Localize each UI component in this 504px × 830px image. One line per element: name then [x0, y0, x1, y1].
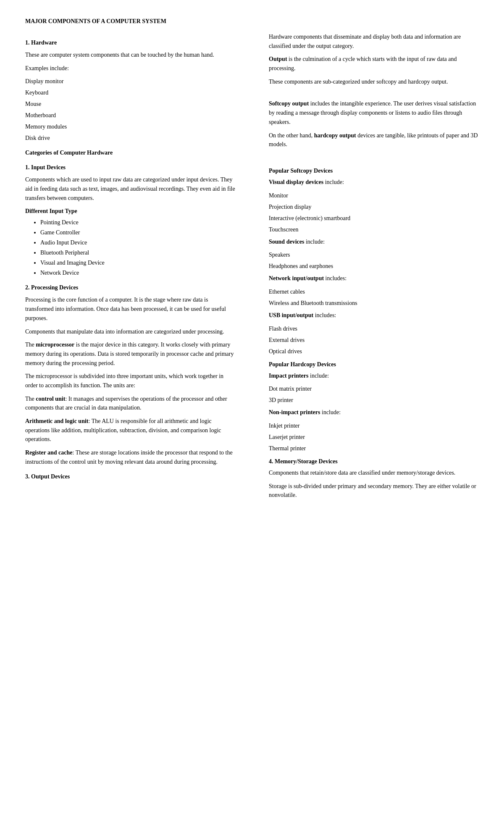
list-item-network: Network Device	[40, 268, 235, 277]
processing-para-alu: Arithmetic and logic unit: The ALU is re…	[25, 417, 235, 444]
input-devices-para-1: Components which are used to input raw d…	[25, 175, 235, 202]
processing-para-units: The microprocessor is subdivided into th…	[25, 372, 235, 390]
visual-display-bold: Visual display devices	[269, 179, 323, 185]
section-output-devices: 3. Output Devices	[25, 472, 235, 481]
main-title: MAJOR COMPONENTS OF A COMPUTER SYSTEM	[25, 17, 479, 26]
non-impact-inkjet: Inkjet printer	[269, 421, 479, 430]
processing-heading: 2. Processing Devices	[25, 283, 235, 292]
input-type-list: Pointing Device Game Controller Audio In…	[25, 218, 235, 277]
non-impact-thermal: Thermal printer	[269, 444, 479, 453]
different-input-type-heading: Different Input Type	[25, 207, 235, 215]
visual-touchscreen: Touchscreen	[269, 225, 479, 234]
hardware-para-2: Examples include:	[25, 64, 235, 73]
list-item-game: Game Controller	[40, 228, 235, 237]
alu-bold: Arithmetic and logic unit	[25, 418, 89, 424]
processing-para-control: The control unit: It manages and supervi…	[25, 394, 235, 412]
network-wireless: Wireless and Bluetooth transmissions	[269, 299, 479, 307]
hardware-heading: 1. Hardware	[25, 38, 235, 47]
usb-external: External drives	[269, 336, 479, 344]
two-column-layout: 1. Hardware These are computer system co…	[25, 32, 479, 504]
usb-io-bold: USB input/output	[269, 312, 313, 318]
sound-devices-label: Sound devices include:	[269, 237, 479, 247]
processing-para-1: Processing is the core function of a com…	[25, 295, 235, 323]
hardware-item-disk: Disk drive	[25, 134, 235, 142]
left-column: 1. Hardware These are computer system co…	[25, 32, 244, 504]
hardware-item-display: Display monitor	[25, 77, 235, 86]
control-unit-bold: control unit	[36, 396, 65, 402]
categories-heading: Categories of Computer Hardware	[25, 148, 235, 157]
non-impact-label: Non-impact printers include:	[269, 408, 479, 417]
output-bold: Output	[269, 56, 287, 62]
output-devices-heading: 3. Output Devices	[25, 472, 235, 481]
list-item-bluetooth: Bluetooth Peripheral	[40, 248, 235, 257]
hardware-item-memory: Memory modules	[25, 122, 235, 131]
usb-optical: Optical drives	[269, 347, 479, 356]
memory-heading: 4. Memory/Storage Devices	[269, 457, 479, 466]
memory-para-1: Components that retain/store data are cl…	[269, 468, 479, 478]
right-para-output: Output is the culmination of a cycle whi…	[269, 55, 479, 73]
visual-display-label: Visual display devices include:	[269, 178, 479, 187]
visual-monitor: Monitor	[269, 191, 479, 200]
section-processing-devices: 2. Processing Devices Processing is the …	[25, 283, 235, 466]
list-item-audio: Audio Input Device	[40, 238, 235, 247]
right-column: Hardware components that disseminate and…	[260, 32, 479, 504]
impact-3d: 3D printer	[269, 396, 479, 404]
hardware-para-1: These are computer system components tha…	[25, 50, 235, 60]
hardware-item-mouse: Mouse	[25, 100, 235, 108]
list-item-visual: Visual and Imaging Device	[40, 258, 235, 267]
hardcopy-bold: hardcopy output	[314, 132, 356, 139]
sound-devices-bold: Sound devices	[269, 239, 304, 245]
right-para-hardcopy: On the other hand, hardcopy output devic…	[269, 131, 479, 149]
network-io-label: Network input/output includes:	[269, 274, 479, 283]
impact-bold: Impact printers	[269, 373, 309, 379]
network-io-bold: Network input/output	[269, 275, 324, 281]
right-para-1: Hardware components that disseminate and…	[269, 32, 479, 50]
hardware-item-motherboard: Motherboard	[25, 111, 235, 120]
visual-projection: Projection display	[269, 202, 479, 211]
right-para-subcategorized: These components are sub-categorized und…	[269, 77, 479, 87]
impact-printers-label: Impact printers include:	[269, 371, 479, 381]
list-item-pointing: Pointing Device	[40, 218, 235, 227]
hardcopy-heading: Popular Hardcopy Devices	[269, 360, 479, 369]
impact-dotmatrix: Dot matrix printer	[269, 384, 479, 393]
hardware-item-keyboard: Keyboard	[25, 88, 235, 97]
processing-para-register: Register and cache: These are storage lo…	[25, 448, 235, 466]
register-bold: Register and cache	[25, 449, 73, 456]
microprocessor-bold: microprocessor	[36, 341, 74, 348]
non-impact-laserjet: Laserjet printer	[269, 433, 479, 441]
processing-para-2: Components that manipulate data into inf…	[25, 327, 235, 336]
page-container: MAJOR COMPONENTS OF A COMPUTER SYSTEM 1.…	[0, 0, 504, 521]
sound-speakers: Speakers	[269, 250, 479, 259]
sound-headphones: Headphones and earphones	[269, 262, 479, 271]
softcopy-bold: Softcopy output	[269, 100, 309, 107]
usb-io-label: USB input/output includes:	[269, 311, 479, 320]
network-ethernet: Ethernet cables	[269, 287, 479, 296]
hardcopy-section: Popular Hardcopy Devices Impact printers…	[269, 360, 479, 453]
usb-flash: Flash drives	[269, 324, 479, 333]
visual-smartboard: Interactive (electronic) smartboard	[269, 214, 479, 223]
memory-para-2: Storage is sub-divided under primary and…	[269, 482, 479, 500]
section-input-devices: 1. Input Devices Components which are us…	[25, 163, 235, 277]
right-para-softcopy: Softcopy output includes the intangible …	[269, 99, 479, 126]
softcopy-section: Popular Softcopy Devices Visual display …	[269, 166, 479, 356]
memory-section: 4. Memory/Storage Devices Components tha…	[269, 457, 479, 500]
processing-para-microprocessor: The microprocessor is the major device i…	[25, 340, 235, 368]
section-categories: Categories of Computer Hardware	[25, 148, 235, 157]
non-impact-bold: Non-impact printers	[269, 409, 320, 415]
input-devices-heading: 1. Input Devices	[25, 163, 235, 172]
section-hardware: 1. Hardware These are computer system co…	[25, 38, 235, 142]
softcopy-heading: Popular Softcopy Devices	[269, 166, 479, 175]
